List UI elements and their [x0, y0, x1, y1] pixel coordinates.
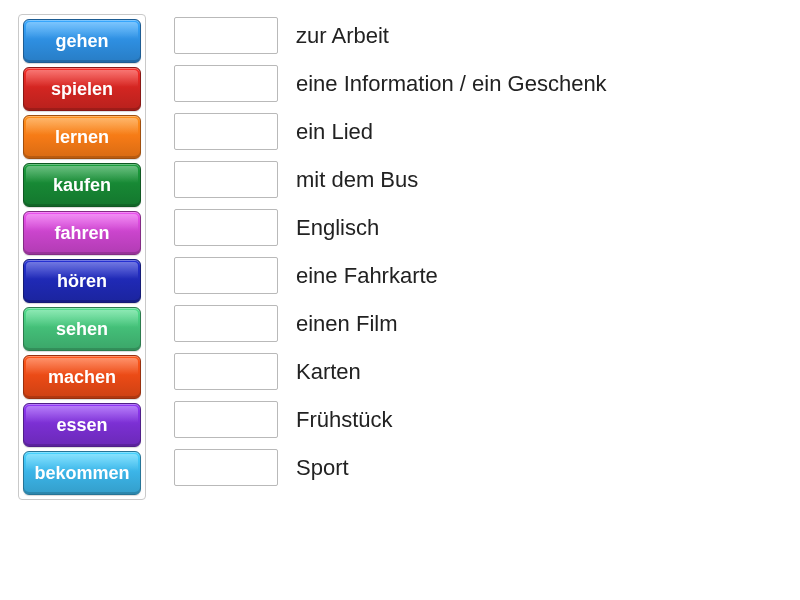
tile-label: hören [57, 271, 107, 292]
tile-lernen[interactable]: lernen [23, 115, 141, 159]
tile-hoeren[interactable]: hören [23, 259, 141, 303]
tile-label: gehen [55, 31, 108, 52]
drop-slot-2[interactable] [174, 113, 278, 150]
tile-label: bekommen [34, 463, 129, 484]
tile-sehen[interactable]: sehen [23, 307, 141, 351]
target-row: ein Lied [174, 112, 607, 151]
tile-label: sehen [56, 319, 108, 340]
phrase-text: ein Lied [296, 119, 373, 145]
tile-label: kaufen [53, 175, 111, 196]
phrase-text: Frühstück [296, 407, 393, 433]
drop-slot-8[interactable] [174, 401, 278, 438]
phrase-text: zur Arbeit [296, 23, 389, 49]
target-row: eine Fahrkarte [174, 256, 607, 295]
target-row: einen Film [174, 304, 607, 343]
tile-label: fahren [54, 223, 109, 244]
phrase-text: eine Fahrkarte [296, 263, 438, 289]
tile-label: machen [48, 367, 116, 388]
tile-gehen[interactable]: gehen [23, 19, 141, 63]
tile-essen[interactable]: essen [23, 403, 141, 447]
tile-bank: gehen spielen lernen kaufen fahren hören… [18, 14, 146, 500]
phrase-text: einen Film [296, 311, 397, 337]
target-row: eine Information / ein Geschenk [174, 64, 607, 103]
drop-slot-3[interactable] [174, 161, 278, 198]
target-rows: zur Arbeit eine Information / ein Gesche… [174, 14, 607, 487]
tile-spielen[interactable]: spielen [23, 67, 141, 111]
tile-kaufen[interactable]: kaufen [23, 163, 141, 207]
target-row: Sport [174, 448, 607, 487]
drop-slot-9[interactable] [174, 449, 278, 486]
phrase-text: eine Information / ein Geschenk [296, 71, 607, 97]
target-row: Karten [174, 352, 607, 391]
tile-label: lernen [55, 127, 109, 148]
drop-slot-6[interactable] [174, 305, 278, 342]
tile-machen[interactable]: machen [23, 355, 141, 399]
matching-exercise: gehen spielen lernen kaufen fahren hören… [0, 0, 800, 514]
target-row: Frühstück [174, 400, 607, 439]
drop-slot-1[interactable] [174, 65, 278, 102]
drop-slot-0[interactable] [174, 17, 278, 54]
phrase-text: mit dem Bus [296, 167, 418, 193]
tile-label: spielen [51, 79, 113, 100]
phrase-text: Englisch [296, 215, 379, 241]
target-row: Englisch [174, 208, 607, 247]
drop-slot-5[interactable] [174, 257, 278, 294]
target-row: zur Arbeit [174, 16, 607, 55]
phrase-text: Karten [296, 359, 361, 385]
tile-fahren[interactable]: fahren [23, 211, 141, 255]
drop-slot-7[interactable] [174, 353, 278, 390]
phrase-text: Sport [296, 455, 349, 481]
drop-slot-4[interactable] [174, 209, 278, 246]
tile-bekommen[interactable]: bekommen [23, 451, 141, 495]
target-row: mit dem Bus [174, 160, 607, 199]
tile-label: essen [56, 415, 107, 436]
